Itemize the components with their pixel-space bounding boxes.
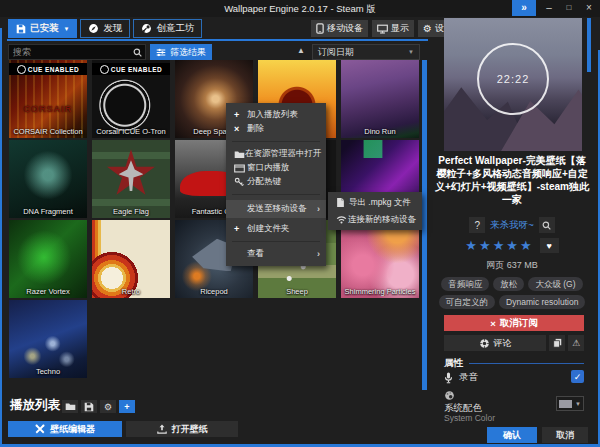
report-button[interactable]: ⚠ [568,335,584,351]
tile-label: Retro [92,287,170,296]
filter-icon [156,48,166,57]
star-icon[interactable]: ★ [493,239,505,253]
collapse-panel-button[interactable]: » [512,0,536,16]
menu-item-label: 创建文件夹 [247,223,320,235]
wallpaper-tile-eagle[interactable]: Eagle Flag [92,140,170,218]
color-dropdown[interactable]: ▼ [556,396,584,411]
clock-time: 22:22 [497,73,530,85]
wallpaper-tile-techno[interactable]: Techno [9,300,87,378]
type-size-label: 网页 637 MB [432,259,592,272]
menu-item-label: 分配热键 [247,176,320,188]
context-menu-item[interactable]: 分配热键 [226,175,326,189]
palette-icon [444,390,455,401]
file-icon [336,197,349,208]
display-button[interactable]: 显示 [372,20,414,37]
steam-workshop-icon [141,23,152,34]
microphone-checkbox[interactable]: ✓ [571,370,584,383]
context-menu-item[interactable]: 连接新的移动设备 [328,211,422,228]
wallpaper-tile-dinorun[interactable]: Dino Run [341,60,419,138]
wallpaper-tile-otron[interactable]: CUE ENABLEDCorsair iCUE O-Tron [92,60,170,138]
wallpaper-tile-razer[interactable]: Razer Vortex [9,220,87,298]
star-icon[interactable]: ★ [520,239,532,253]
wallpaper-tile-shimmer[interactable]: Shimmering Particles [341,220,419,298]
search-input[interactable] [9,45,129,59]
tile-overlay-text: CORSAIR [9,104,87,114]
context-menu-item[interactable]: 发送至移动设备› [226,200,326,218]
playlist-open-folder-button[interactable] [62,400,78,413]
wallpaper-tile-retro[interactable]: Retro [92,220,170,298]
panel-scrollbar[interactable] [587,18,591,72]
tile-label: Corsair iCUE O-Tron [92,127,170,136]
wallpaper-preview[interactable]: 22:22 [444,18,582,151]
chevron-down-icon: ▼ [64,26,70,32]
cancel-button[interactable]: 取消 [542,427,588,443]
gear-icon: ⚙ [104,402,112,412]
plus-icon: + [124,402,129,412]
context-menu-item[interactable]: 在资源管理器中打开 [226,147,326,161]
steam-community-icon [479,338,490,349]
author-row: ? 来杀我呀~ [432,217,592,233]
filter-results-button[interactable]: 筛选结果 [150,44,212,60]
playlist-settings-button[interactable]: ⚙ [100,400,116,413]
comment-button[interactable]: 评论 [444,335,546,351]
mobile-device-button[interactable]: 移动设备 [311,20,368,37]
chevron-down-icon: ▼ [408,49,414,55]
close-button[interactable]: × [580,0,598,16]
menu-item-label: 导出 .mpkg 文件 [349,197,416,209]
playlist-save-button[interactable] [81,400,97,413]
open-wallpaper-label: 打开壁纸 [172,423,208,436]
rating-stars[interactable]: ★★★★★♥ [432,238,592,253]
playlist-add-button[interactable]: + [119,400,135,413]
menu-separator [232,241,320,242]
author-search-button[interactable] [539,217,555,233]
open-wallpaper-button[interactable]: 打开壁纸 [126,421,238,437]
tile-label: Techno [9,367,87,376]
menu-item-label: 连接新的移动设备 [348,214,416,226]
maximize-button[interactable]: □ [560,0,578,16]
context-menu-item[interactable]: 窗口内播放 [226,161,326,175]
folder-icon [234,150,245,159]
tab-workshop[interactable]: 创意工坊 [133,19,202,38]
sort-dropdown[interactable]: 订阅日期 ▼ [312,44,420,60]
sort-value: 订阅日期 [318,46,354,59]
minimize-button[interactable]: – [540,0,558,16]
wallpaper-title: Perfect Wallpaper-完美壁纸【落樱粒子+多风格动态音频响应+自定… [434,154,590,206]
confirm-button[interactable]: 确认 [487,427,537,443]
menu-item-label: 加入播放列表 [247,109,320,121]
mobile-device-label: 移动设备 [327,22,363,35]
tile-badge: CUE ENABLED [9,63,87,75]
context-menu-item[interactable]: 导出 .mpkg 文件 [328,194,422,211]
gear-icon: ⚙ [423,24,432,34]
favorite-button[interactable]: ♥ [540,238,559,253]
window-title: Wallpaper Engine 2.0.17 - Steam 版 [0,0,600,17]
grid-scrollbar[interactable] [422,60,427,390]
wallpaper-editor-label: 壁纸编辑器 [50,423,95,436]
clock-overlay: 22:22 [477,43,549,115]
unsubscribe-button[interactable]: × 取消订阅 [444,315,584,331]
context-menu-item[interactable]: 查看› [226,247,326,261]
tile-label: Ricepod [175,287,253,296]
tab-workshop-label: 创意工坊 [156,22,194,35]
upload-icon [157,424,167,434]
property-microphone-row: 录音 ✓ [444,371,584,384]
tab-installed[interactable]: 已安装 ▼ [8,19,77,38]
wallpaper-tile-corsair[interactable]: CUE ENABLEDCORSAIRCORSAIR Collection [9,60,87,138]
menu-item-label: 发送至移动设备 [247,203,317,215]
context-menu-item[interactable]: ×删除 [226,122,326,136]
star-icon[interactable]: ★ [479,239,491,253]
star-icon[interactable]: ★ [506,239,518,253]
context-menu-item[interactable]: +加入播放列表 [226,108,326,122]
context-menu: +加入播放列表×删除在资源管理器中打开窗口内播放分配热键发送至移动设备›+创建文… [226,103,326,266]
tile-label: Shimmering Particles [341,287,419,296]
copy-button[interactable] [549,335,565,351]
star-icon[interactable]: ★ [465,239,477,253]
context-menu-item[interactable]: +创建文件夹 [226,222,326,236]
wallpaper-tile-dna[interactable]: DNA Fragment [9,140,87,218]
tag-list: 音频响应放松大众级 (G)可自定义的Dynamic resolution [434,277,590,309]
wallpaper-editor-button[interactable]: 壁纸编辑器 [8,421,122,437]
key-icon [234,177,247,187]
menu-item-label: 删除 [247,123,320,135]
collapse-list-arrow[interactable]: ▲ [297,46,305,55]
tab-discover[interactable]: 发现 [80,19,130,38]
author-link[interactable]: 来杀我呀~ [490,219,534,232]
